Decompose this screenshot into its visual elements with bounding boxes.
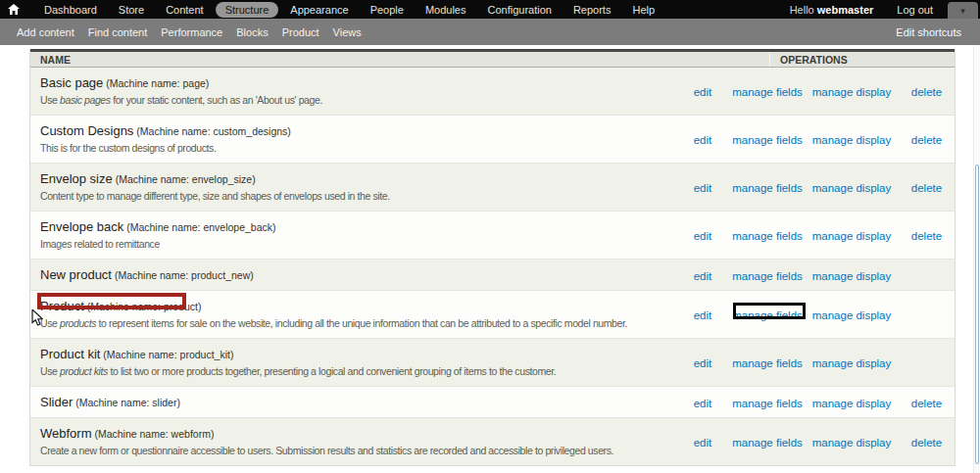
operations-cell: editmanage fieldsmanage displaydelete (675, 418, 955, 465)
name-cell: Envelop size (Machine name: envelop_size… (30, 164, 675, 211)
operations-cell: editmanage fieldsmanage display (675, 260, 955, 290)
manage-display-link[interactable]: manage display (812, 182, 892, 194)
shortcut-menu: Add contentFind contentPerformanceBlocks… (10, 26, 368, 38)
scrollbar-track[interactable] (973, 45, 980, 473)
operations-cell: editmanage fieldsmanage display (675, 339, 955, 386)
name-cell: Webform (Machine name: webform)Create a … (30, 418, 675, 465)
shortcut-item-blocks[interactable]: Blocks (229, 26, 274, 38)
content-type-row-product-kit: Product kit (Machine name: product_kit)U… (30, 338, 955, 386)
content-type-title: Product kit (40, 347, 100, 361)
delete-link[interactable]: delete (911, 437, 942, 449)
manage-display-link[interactable]: manage display (812, 86, 892, 98)
operations-cell: editmanage fieldsmanage displaydelete (675, 212, 955, 259)
op-slot-edit: edit (675, 354, 730, 371)
edit-link[interactable]: edit (694, 437, 712, 449)
delete-link[interactable]: delete (911, 398, 942, 409)
manage-display-link[interactable]: manage display (812, 134, 892, 146)
manage-display-link[interactable]: manage display (812, 357, 892, 369)
manage-fields-link[interactable]: manage fields (732, 309, 803, 321)
edit-link[interactable]: edit (694, 309, 712, 321)
manage-display-link[interactable]: manage display (812, 270, 892, 282)
admin-menu-item-people[interactable]: People (360, 2, 415, 18)
edit-link[interactable]: edit (694, 357, 712, 369)
shortcut-item-find-content[interactable]: Find content (81, 26, 155, 38)
op-slot-manage-fields: manage fields (730, 433, 805, 450)
content-type-row-envelope-back: Envelope back (Machine name: envelope_ba… (30, 211, 955, 259)
shortcut-item-views[interactable]: Views (326, 26, 368, 38)
op-slot-manage-display: manage display (805, 433, 899, 450)
delete-link[interactable]: delete (911, 182, 942, 194)
scrollbar-thumb[interactable] (975, 165, 979, 464)
content-type-row-slider: Slider (Machine name: slider)editmanage … (30, 386, 955, 417)
edit-link[interactable]: edit (694, 86, 712, 98)
title-line: Product (Machine name: product) (40, 298, 675, 314)
name-cell: Slider (Machine name: slider) (30, 387, 675, 417)
title-line: Custom Designs (Machine name: custom_des… (40, 122, 675, 139)
title-line: Webform (Machine name: webform) (40, 425, 675, 442)
title-line: Slider (Machine name: slider) (40, 394, 675, 410)
edit-link[interactable]: edit (694, 134, 712, 146)
edit-link[interactable]: edit (694, 230, 712, 242)
manage-display-link[interactable]: manage display (812, 398, 892, 409)
shortcut-item-add-content[interactable]: Add content (10, 26, 81, 38)
delete-link[interactable]: delete (911, 86, 942, 98)
manage-display-link[interactable]: manage display (812, 230, 892, 242)
op-slot-manage-display: manage display (805, 266, 899, 284)
content-type-row-custom-designs: Custom Designs (Machine name: custom_des… (30, 115, 955, 163)
manage-fields-link[interactable]: manage fields (732, 86, 803, 98)
content-type-row-product: Product (Machine name: product)Use produ… (30, 290, 955, 338)
op-slot-manage-display: manage display (805, 130, 899, 148)
delete-link[interactable]: delete (911, 134, 942, 146)
machine-name: (Machine name: product_kit) (100, 349, 233, 360)
edit-shortcuts-link[interactable]: Edit shortcuts (896, 26, 961, 38)
admin-menu-item-reports[interactable]: Reports (563, 2, 622, 18)
shortcut-item-performance[interactable]: Performance (154, 26, 229, 38)
op-slot-edit: edit (675, 266, 730, 284)
op-slot-manage-display: manage display (805, 306, 899, 323)
manage-fields-link[interactable]: manage fields (732, 398, 803, 409)
manage-fields-link[interactable]: manage fields (732, 230, 803, 242)
content-type-description: Images related to remittance (40, 237, 675, 252)
shortcut-item-product[interactable]: Product (275, 26, 326, 38)
manage-fields-link[interactable]: manage fields (732, 270, 803, 282)
content-type-title: Slider (40, 395, 73, 409)
logout-link[interactable]: Log out (897, 4, 933, 16)
title-line: Envelop size (Machine name: envelop_size… (40, 170, 675, 187)
admin-menu-item-content[interactable]: Content (155, 2, 215, 18)
manage-fields-link[interactable]: manage fields (732, 357, 803, 369)
admin-menu-item-dashboard[interactable]: Dashboard (33, 2, 108, 18)
content-type-title: Basic page (40, 75, 103, 90)
op-slot-manage-display: manage display (805, 178, 899, 196)
manage-display-link[interactable]: manage display (812, 437, 892, 449)
admin-menu-item-structure[interactable]: Structure (216, 2, 279, 18)
manage-fields-link[interactable]: manage fields (732, 182, 803, 194)
manage-display-link[interactable]: manage display (812, 309, 892, 321)
op-slot-manage-fields: manage fields (730, 82, 805, 100)
content-type-row-new-product: New product (Machine name: product_new)e… (30, 259, 955, 290)
manage-fields-link[interactable]: manage fields (732, 437, 803, 449)
op-slot-edit: edit (675, 130, 730, 148)
machine-name: (Machine name: product_new) (112, 269, 254, 281)
op-slot-delete: delete (899, 178, 955, 196)
admin-menu-item-configuration[interactable]: Configuration (476, 2, 562, 18)
machine-name: (Machine name: page) (103, 77, 209, 89)
manage-fields-link[interactable]: manage fields (732, 134, 803, 146)
op-slot-delete: delete (899, 394, 955, 411)
admin-menu-item-appearance[interactable]: Appearance (279, 2, 359, 18)
admin-menu-item-help[interactable]: Help (621, 2, 665, 18)
edit-link[interactable]: edit (694, 398, 712, 409)
edit-link[interactable]: edit (694, 270, 712, 282)
toolbar-toggle-button[interactable]: ▾ (948, 2, 978, 19)
content-type-description: Use basic pages for your static content,… (40, 93, 675, 108)
delete-link[interactable]: delete (911, 230, 942, 242)
content-type-title: Envelope back (40, 219, 123, 234)
operations-cell: editmanage fieldsmanage displaydelete (675, 387, 955, 417)
op-slot-manage-fields: manage fields (730, 306, 805, 323)
name-cell: Basic page (Machine name: page)Use basic… (30, 68, 675, 115)
admin-menu-item-modules[interactable]: Modules (415, 2, 477, 18)
name-cell: Custom Designs (Machine name: custom_des… (30, 116, 675, 163)
home-icon[interactable] (8, 4, 20, 15)
admin-menu-item-store[interactable]: Store (108, 2, 155, 18)
operations-cell: editmanage fieldsmanage displaydelete (675, 68, 955, 115)
edit-link[interactable]: edit (694, 182, 712, 194)
